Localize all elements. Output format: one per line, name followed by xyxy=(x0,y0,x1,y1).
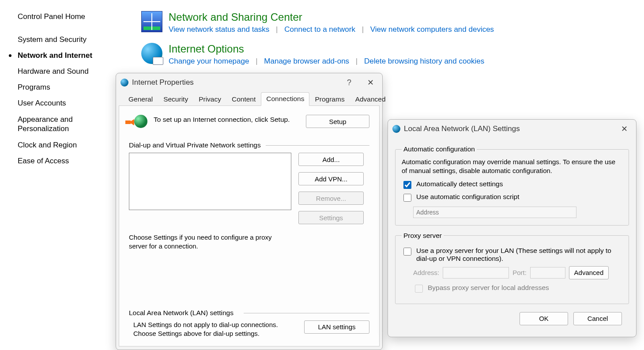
titlebar[interactable]: Internet Properties ? ✕ xyxy=(116,73,382,92)
proxy-address-label: Address: xyxy=(413,269,439,276)
setup-connection-icon xyxy=(129,115,147,131)
link-view-computers[interactable]: View network computers and devices xyxy=(370,25,494,34)
dialog-title: Internet Properties xyxy=(132,78,338,87)
tab-body-connections: To set up an Internet connection, click … xyxy=(119,106,380,346)
setup-text: To set up an Internet connection, click … xyxy=(154,115,300,124)
category-network: Network and Sharing Center View network … xyxy=(141,11,635,34)
help-button[interactable]: ? xyxy=(342,75,357,90)
link-separator: | xyxy=(256,57,257,65)
link-change-homepage[interactable]: Change your homepage xyxy=(169,57,249,65)
link-separator: | xyxy=(362,25,364,34)
internet-properties-dialog: Internet Properties ? ✕ General Security… xyxy=(116,73,383,350)
sidebar-item-network-internet[interactable]: Network and Internet xyxy=(9,48,115,64)
tab-programs[interactable]: Programs xyxy=(309,93,350,106)
proxy-server-group: Proxy server Use a proxy server for your… xyxy=(395,232,629,304)
advanced-button[interactable]: Advanced xyxy=(569,266,609,279)
main-content: Network and Sharing Center View network … xyxy=(141,11,635,75)
sidebar-item-programs[interactable]: Programs xyxy=(9,79,115,95)
sidebar-item-clock-region[interactable]: Clock and Region xyxy=(9,137,115,153)
tab-row: General Security Privacy Content Connect… xyxy=(119,92,380,106)
settings-button: Settings xyxy=(298,211,364,224)
dialog-footer: OK Cancel xyxy=(395,310,629,325)
sidebar-item-ease-of-access[interactable]: Ease of Access xyxy=(9,153,115,169)
sidebar-item-control-panel-home[interactable]: Control Panel Home xyxy=(9,9,115,25)
close-button[interactable]: ✕ xyxy=(360,75,380,90)
lan-group-label: Local Area Network (LAN) settings xyxy=(129,309,369,317)
link-manage-addons[interactable]: Manage browser add-ons xyxy=(264,57,349,65)
checkbox-use-proxy-input[interactable] xyxy=(403,248,411,256)
sidebar: Control Panel Home System and Security N… xyxy=(9,9,115,169)
link-separator: | xyxy=(276,25,278,34)
link-delete-history[interactable]: Delete browsing history and cookies xyxy=(364,57,484,65)
sidebar-item-user-accounts[interactable]: User Accounts xyxy=(9,95,115,111)
checkbox-auto-detect-input[interactable] xyxy=(403,181,411,189)
checkbox-bypass-local: Bypass proxy server for local addresses xyxy=(413,284,622,294)
checkbox-use-proxy[interactable]: Use a proxy server for your LAN (These s… xyxy=(402,247,622,263)
checkbox-auto-script-label: Use automatic configuration script xyxy=(416,193,519,201)
globe-icon xyxy=(121,79,128,87)
cancel-button[interactable]: Cancel xyxy=(573,312,622,325)
tab-advanced[interactable]: Advanced xyxy=(350,93,391,106)
tab-privacy[interactable]: Privacy xyxy=(193,93,226,106)
proxy-legend: Proxy server xyxy=(402,232,444,240)
link-separator: | xyxy=(356,57,358,65)
add-button[interactable]: Add... xyxy=(298,153,364,166)
dialog-title: Local Area Network (LAN) Settings xyxy=(404,124,610,133)
checkbox-use-proxy-label: Use a proxy server for your LAN (These s… xyxy=(416,247,622,263)
proxy-port-input xyxy=(530,267,565,278)
auto-config-address-input xyxy=(413,207,576,218)
internet-options-icon xyxy=(141,43,162,64)
category-title-network[interactable]: Network and Sharing Center xyxy=(169,11,635,23)
tab-connections[interactable]: Connections xyxy=(261,92,309,106)
category-internet: Internet Options Change your homepage | … xyxy=(141,43,635,66)
globe-icon xyxy=(392,125,400,133)
category-title-internet[interactable]: Internet Options xyxy=(169,43,635,55)
auto-config-desc: Automatic configuration may override man… xyxy=(402,158,622,176)
checkbox-auto-script[interactable]: Use automatic configuration script xyxy=(402,193,622,203)
link-connect-network[interactable]: Connect to a network xyxy=(284,25,355,34)
checkbox-auto-detect[interactable]: Automatically detect settings xyxy=(402,180,622,190)
remove-button: Remove... xyxy=(298,192,364,205)
sidebar-item-system-security[interactable]: System and Security xyxy=(9,32,115,48)
sidebar-item-appearance[interactable]: Appearance and Personalization xyxy=(9,111,115,137)
checkbox-bypass-local-label: Bypass proxy server for local addresses xyxy=(428,284,549,292)
ok-button[interactable]: OK xyxy=(520,312,568,325)
close-button[interactable]: ✕ xyxy=(614,122,634,136)
automatic-configuration-group: Automatic configuration Automatic config… xyxy=(395,145,629,226)
lan-body: Automatic configuration Automatic config… xyxy=(388,138,636,332)
choose-settings-text: Choose Settings if you need to configure… xyxy=(129,233,283,251)
sidebar-item-hardware-sound[interactable]: Hardware and Sound xyxy=(9,64,115,79)
dialup-listbox[interactable] xyxy=(129,153,291,210)
lan-settings-dialog: Local Area Network (LAN) Settings ✕ Auto… xyxy=(388,119,636,337)
tab-security[interactable]: Security xyxy=(158,93,193,106)
titlebar[interactable]: Local Area Network (LAN) Settings ✕ xyxy=(388,120,636,138)
setup-button[interactable]: Setup xyxy=(306,115,369,128)
add-vpn-button[interactable]: Add VPN... xyxy=(298,172,364,185)
network-sharing-center-icon xyxy=(141,11,162,32)
checkbox-bypass-local-input xyxy=(415,285,423,293)
auto-config-legend: Automatic configuration xyxy=(402,145,477,153)
checkbox-auto-detect-label: Automatically detect settings xyxy=(416,180,503,188)
proxy-address-input xyxy=(443,267,509,278)
tab-general[interactable]: General xyxy=(123,93,158,106)
tab-content[interactable]: Content xyxy=(226,93,261,106)
link-view-network-status[interactable]: View network status and tasks xyxy=(169,25,269,34)
lan-text: LAN Settings do not apply to dial-up con… xyxy=(129,320,297,339)
lan-settings-button[interactable]: LAN settings xyxy=(304,320,369,334)
dialup-group-label: Dial-up and Virtual Private Network sett… xyxy=(129,141,369,149)
proxy-port-label: Port: xyxy=(512,269,527,276)
checkbox-auto-script-input[interactable] xyxy=(403,194,411,202)
